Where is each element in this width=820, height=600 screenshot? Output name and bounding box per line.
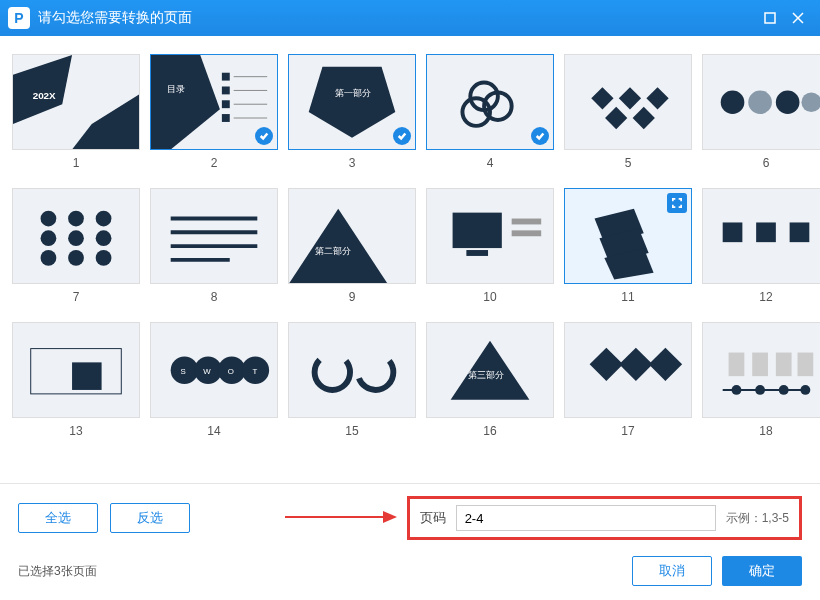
check-icon [531,127,549,145]
svg-rect-69 [72,362,102,390]
svg-rect-55 [453,213,502,248]
slide-number: 5 [625,156,632,170]
check-icon [255,127,273,145]
slide-thumb-3[interactable]: 第一部分 [288,54,416,150]
slide-number: 9 [349,290,356,304]
svg-point-33 [748,90,772,114]
svg-rect-10 [222,73,230,81]
svg-point-93 [779,385,789,395]
svg-text:202X: 202X [33,90,56,101]
svg-rect-64 [723,222,743,242]
svg-text:第一部分: 第一部分 [335,88,371,98]
svg-rect-0 [765,13,775,23]
slide-thumb-9[interactable]: 第二部分 [288,188,416,284]
page-example: 示例：1,3-5 [726,510,789,527]
slide-number: 3 [349,156,356,170]
cancel-button[interactable]: 取消 [632,556,712,586]
slide-thumb-13[interactable] [12,322,140,418]
svg-point-45 [96,250,112,266]
svg-text:第三部分: 第三部分 [468,370,504,380]
slide-thumb-8[interactable] [150,188,278,284]
svg-text:O: O [228,367,234,376]
page-range-input[interactable] [456,505,716,531]
slide-number: 15 [345,424,358,438]
slide-thumb-2[interactable]: 目录 [150,54,278,150]
slide-thumb-15[interactable] [288,322,416,418]
svg-text:S: S [181,367,186,376]
slide-grid: 202X1目录2第一部分345678第二部分910111213SWOT1415第… [12,54,808,446]
svg-point-42 [96,230,112,246]
svg-rect-13 [222,114,230,122]
check-icon [393,127,411,145]
close-button[interactable] [784,4,812,32]
slide-thumb-18[interactable] [702,322,820,418]
slide-number: 7 [73,290,80,304]
slide-number: 10 [483,290,496,304]
svg-rect-95 [729,353,745,377]
footer-row: 已选择3张页面 取消 确定 [0,546,820,600]
slide-number: 13 [69,424,82,438]
svg-text:第二部分: 第二部分 [315,246,351,256]
slide-number: 6 [763,156,770,170]
svg-rect-66 [790,222,810,242]
slide-number: 18 [759,424,772,438]
svg-rect-65 [756,222,776,242]
slide-thumb-7[interactable] [12,188,140,284]
svg-rect-57 [512,219,542,225]
svg-rect-11 [222,87,230,95]
arrow-annotation [285,511,405,533]
controls-row: 全选 反选 页码 示例：1,3-5 [0,483,820,546]
svg-point-37 [41,211,57,227]
slide-number: 11 [621,290,634,304]
slide-number: 1 [73,156,80,170]
slide-thumb-11[interactable] [564,188,692,284]
select-all-button[interactable]: 全选 [18,503,98,533]
svg-rect-46 [151,189,277,284]
svg-point-43 [41,250,57,266]
svg-point-38 [68,211,84,227]
svg-text:T: T [252,367,257,376]
slide-thumb-6[interactable] [702,54,820,150]
slide-number: 17 [621,424,634,438]
slide-number: 14 [207,424,220,438]
slide-number: 12 [759,290,772,304]
svg-point-92 [755,385,765,395]
svg-rect-58 [512,230,542,236]
svg-point-94 [800,385,810,395]
title-bar: P 请勾选您需要转换的页面 [0,0,820,36]
page-range-box: 页码 示例：1,3-5 [407,496,802,540]
svg-point-34 [776,90,800,114]
slide-thumb-1[interactable]: 202X [12,54,140,150]
page-label: 页码 [420,509,446,527]
slide-thumb-4[interactable] [426,54,554,150]
maximize-button[interactable] [756,4,784,32]
ok-button[interactable]: 确定 [722,556,802,586]
svg-point-40 [41,230,57,246]
slide-thumb-17[interactable] [564,322,692,418]
svg-rect-12 [222,100,230,108]
slide-grid-container: 202X1目录2第一部分345678第二部分910111213SWOT1415第… [0,36,820,483]
slide-thumb-5[interactable] [564,54,692,150]
svg-text:目录: 目录 [167,84,185,94]
slide-number: 4 [487,156,494,170]
svg-rect-97 [776,353,792,377]
svg-rect-96 [752,353,768,377]
svg-point-44 [68,250,84,266]
window-title: 请勾选您需要转换的页面 [38,9,756,27]
svg-point-91 [732,385,742,395]
invert-selection-button[interactable]: 反选 [110,503,190,533]
slide-number: 2 [211,156,218,170]
svg-rect-56 [466,250,488,256]
selection-status: 已选择3张页面 [18,563,97,580]
expand-icon[interactable] [667,193,687,213]
slide-thumb-14[interactable]: SWOT [150,322,278,418]
app-logo: P [8,7,30,29]
svg-point-39 [96,211,112,227]
slide-thumb-10[interactable] [426,188,554,284]
svg-rect-98 [798,353,814,377]
svg-point-41 [68,230,84,246]
slide-thumb-12[interactable] [702,188,820,284]
svg-point-32 [721,90,745,114]
slide-thumb-16[interactable]: 第三部分 [426,322,554,418]
svg-text:W: W [203,367,211,376]
